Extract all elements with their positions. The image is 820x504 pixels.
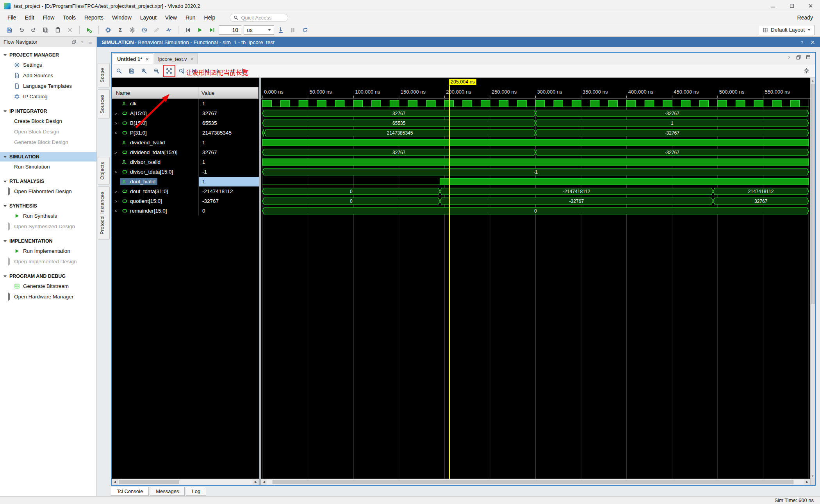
menu-reports[interactable]: Reports	[80, 13, 108, 22]
wave-horizontal-scrollbar[interactable]: ◀ ▶	[261, 479, 810, 485]
scrollbar-thumb[interactable]	[119, 480, 179, 484]
report-button[interactable]: Σ	[115, 25, 126, 35]
go-to-time-0-button[interactable]	[189, 66, 199, 76]
minimize-button[interactable]	[764, 0, 783, 12]
expand-icon[interactable]: >	[114, 170, 118, 174]
cursor-time-label[interactable]: 205.004 ns	[449, 79, 476, 85]
signal-row-quotient-15-0[interactable]: >quotient[15:0]-32767	[112, 196, 259, 206]
side-tab-sources[interactable]: Sources	[98, 89, 110, 119]
zoom-to-cursor-button[interactable]	[176, 66, 187, 76]
scroll-left-icon[interactable]: ◀	[261, 479, 267, 485]
signal-row-divisor-tvalid[interactable]: divisor_tvalid1	[112, 157, 259, 167]
flow-item-language-templates[interactable]: Language Templates	[0, 81, 96, 91]
float-window-icon[interactable]	[796, 55, 801, 60]
menu-file[interactable]: File	[3, 13, 21, 22]
name-column-header[interactable]: Name	[112, 87, 198, 99]
menu-tools[interactable]: Tools	[59, 13, 80, 22]
save-button[interactable]	[4, 25, 15, 35]
timing-button[interactable]	[139, 25, 150, 35]
settings-button[interactable]	[127, 25, 138, 35]
bottom-tab-tcl-console[interactable]: Tcl Console	[111, 487, 149, 496]
expand-icon[interactable]: >	[114, 111, 118, 116]
copy-button[interactable]	[40, 25, 51, 35]
redo-button[interactable]	[28, 25, 39, 35]
signal-row-dividend-tdata-15-0[interactable]: >dividend_tdata[15:0]32767	[112, 147, 259, 157]
signal-row-b-15-0[interactable]: >B[15:0]65535	[112, 118, 259, 128]
scroll-down-icon[interactable]: ▼	[811, 473, 815, 479]
menu-edit[interactable]: Edit	[21, 13, 39, 22]
signal-row-divisor-tdata-15-0[interactable]: >divisor_tdata[15:0]-1	[112, 167, 259, 177]
save-wave-config-button[interactable]	[127, 66, 137, 76]
expand-icon[interactable]: >	[114, 131, 118, 135]
expand-icon[interactable]	[8, 259, 11, 264]
flow-item-run-synthesis[interactable]: Run Synthesis	[0, 211, 96, 221]
run-settings-button[interactable]	[84, 25, 94, 35]
undo-button[interactable]	[16, 25, 27, 35]
restart-simulation-button[interactable]	[182, 25, 193, 35]
expand-icon[interactable]: >	[114, 209, 118, 213]
step-button[interactable]	[275, 25, 286, 35]
expand-icon[interactable]	[8, 224, 11, 229]
help-icon[interactable]: ?	[786, 55, 791, 60]
flow-item-create-block-design[interactable]: Create Block Design	[0, 116, 96, 126]
banner-close-icon[interactable]	[810, 40, 815, 45]
go-to-last-time-button[interactable]	[201, 66, 212, 76]
signal-row-dividend-tvalid[interactable]: dividend_tvalid1	[112, 138, 259, 147]
sim-runtime-unit-select[interactable]: us	[244, 25, 274, 35]
tab-untitled-1[interactable]: Untitled 1*×	[113, 53, 153, 64]
expand-icon[interactable]	[8, 294, 11, 300]
vertical-scrollbar[interactable]: ▲ ▼	[810, 78, 815, 479]
flow-item-run-simulation[interactable]: Run Simulation	[0, 161, 96, 172]
menu-run[interactable]: Run	[181, 13, 200, 22]
waveform-canvas[interactable]: 32767-327676553512147385345-3276732767-3…	[261, 99, 810, 479]
signal-row-dout-tdata-31-0[interactable]: >dout_tdata[31:0]-2147418112	[112, 186, 259, 196]
wave-settings-button[interactable]	[801, 66, 811, 76]
expand-icon[interactable]: >	[114, 189, 118, 194]
collapse-panel-icon[interactable]	[88, 39, 93, 44]
zoom-in-button[interactable]	[139, 66, 149, 76]
scrollbar-thumb[interactable]	[811, 84, 815, 304]
expand-icon[interactable]: >	[114, 199, 118, 204]
zoom-fit-button[interactable]	[164, 66, 174, 76]
value-column-header[interactable]: Value	[198, 87, 258, 99]
ip-integrator-button[interactable]	[103, 25, 114, 35]
flow-header-ip-integrator[interactable]: IP INTEGRATOR	[0, 106, 96, 116]
table-horizontal-scrollbar[interactable]: ◀ ▶	[112, 479, 259, 485]
menu-flow[interactable]: Flow	[39, 13, 59, 22]
flow-header-program-and-debug[interactable]: PROGRAM AND DEBUG	[0, 272, 96, 281]
signal-row-dout-tvalid[interactable]: dout_tvalid1	[112, 177, 259, 186]
run-for-button[interactable]	[207, 25, 217, 35]
layout-select[interactable]: Default Layout	[759, 25, 815, 35]
sim-runtime-input[interactable]	[219, 25, 241, 35]
paste-button[interactable]	[52, 25, 63, 35]
quick-access-search[interactable]: Quick Access	[230, 14, 288, 22]
expand-icon[interactable]: >	[114, 121, 118, 126]
signal-row-remainder-15-0[interactable]: >remainder[15:0]0	[112, 206, 259, 216]
side-tab-scope[interactable]: Scope	[98, 63, 110, 87]
menu-view[interactable]: View	[161, 13, 181, 22]
menu-layout[interactable]: Layout	[136, 13, 161, 22]
float-panel-icon[interactable]	[71, 39, 77, 44]
relaunch-simulation-button[interactable]	[299, 25, 310, 35]
flow-header-simulation[interactable]: SIMULATION	[0, 152, 96, 161]
find-button[interactable]	[114, 66, 124, 76]
signal-row-p-31-0[interactable]: >P[31:0]2147385345	[112, 128, 259, 138]
flow-item-generate-bitstream[interactable]: Generate Bitstream	[0, 281, 96, 291]
zoom-out-button[interactable]	[152, 66, 162, 76]
flow-item-settings[interactable]: Settings	[0, 60, 96, 70]
bottom-tab-log[interactable]: Log	[186, 487, 206, 496]
menu-window[interactable]: Window	[108, 13, 136, 22]
close-tab-icon[interactable]: ×	[191, 56, 194, 62]
scroll-up-icon[interactable]: ▲	[811, 78, 815, 83]
scroll-left-icon[interactable]: ◀	[112, 479, 118, 485]
flow-item-open-hardware-manager[interactable]: Open Hardware Manager	[0, 291, 96, 302]
scroll-right-icon[interactable]: ▶	[253, 479, 259, 485]
flow-header-synthesis[interactable]: SYNTHESIS	[0, 201, 96, 211]
close-button[interactable]	[801, 0, 820, 12]
flow-header-project-manager[interactable]: PROJECT MANAGER	[0, 50, 96, 60]
run-all-button[interactable]	[194, 25, 205, 35]
expand-icon[interactable]	[8, 188, 11, 194]
previous-transition-button[interactable]	[214, 66, 224, 76]
help-icon[interactable]: ?	[80, 39, 85, 44]
expand-icon[interactable]: >	[114, 150, 118, 155]
